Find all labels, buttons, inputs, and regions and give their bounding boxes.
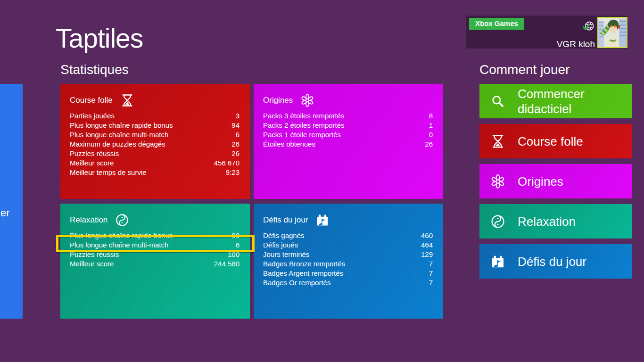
stat-value: 8 bbox=[429, 111, 433, 121]
stats-tile-relaxation[interactable]: Relaxation Plus longue chaîne rapide bon… bbox=[60, 204, 250, 319]
stat-row: Meilleur score456 670 bbox=[70, 158, 239, 168]
stat-rows: Défis gagnés460 Défis joués464 Jours ter… bbox=[263, 231, 433, 288]
calendar-flag-icon bbox=[315, 213, 330, 227]
stat-label: Plus longue chaîne rapide bonus bbox=[70, 121, 173, 130]
stats-tile-defis-du-jour[interactable]: Défis du jour Défis gagnés460 Défis joué… bbox=[254, 204, 443, 319]
stat-row: Badges Argent remportés7 bbox=[263, 269, 433, 278]
stat-label: Badges Bronze remportés bbox=[263, 259, 345, 269]
stat-value: 456 670 bbox=[214, 158, 239, 168]
stat-label: Packs 1 étoile remportés bbox=[263, 130, 341, 140]
stats-tile-course-folle[interactable]: Course folle Parties jouées3 Plus longue… bbox=[60, 84, 250, 199]
tile-title: Course folle bbox=[70, 96, 113, 105]
stat-label: Meilleur score bbox=[70, 259, 114, 269]
flower-icon bbox=[300, 93, 314, 107]
username: VGR kloh bbox=[513, 39, 595, 49]
stat-row: Défis gagnés460 bbox=[263, 231, 433, 240]
magnifier-icon bbox=[490, 94, 505, 109]
highlight-annotation-box bbox=[56, 235, 255, 252]
partial-tile-cut-text: er bbox=[0, 207, 10, 219]
button-label: Origines bbox=[518, 174, 563, 189]
stat-value: 7 bbox=[429, 278, 433, 288]
stat-value: 94 bbox=[231, 121, 239, 130]
howto-button-relaxation[interactable]: Relaxation bbox=[479, 204, 632, 239]
stat-label: Puzzles réussis bbox=[70, 149, 119, 158]
stat-label: Jours terminés bbox=[263, 250, 309, 259]
stat-row: Badges Bronze remportés7 bbox=[263, 259, 433, 269]
stat-rows: Packs 3 étoiles remportés8 Packs 2 étoil… bbox=[263, 111, 433, 149]
stat-row: Étoiles obtenues26 bbox=[263, 140, 433, 149]
hourglass-icon bbox=[490, 134, 505, 149]
swirl-icon bbox=[115, 213, 129, 227]
stats-tile-origines[interactable]: Origines Packs 3 étoiles remportés8 Pack… bbox=[254, 84, 443, 199]
how-to-play-heading: Comment jouer bbox=[479, 62, 570, 77]
stat-row: Plus longue chaîne multi-match6 bbox=[70, 130, 239, 140]
stat-row: Meilleur temps de survie9:23 bbox=[70, 168, 239, 177]
stat-value: 7 bbox=[429, 269, 433, 278]
button-label: Commencer didacticiel bbox=[518, 86, 624, 116]
stat-row: Badges Or remportés7 bbox=[263, 278, 433, 288]
howto-button-defis-du-jour[interactable]: Défis du jour bbox=[479, 244, 632, 279]
stat-label: Packs 3 étoiles remportés bbox=[263, 111, 345, 121]
stat-value: 244 580 bbox=[214, 259, 239, 269]
globe-check-icon bbox=[582, 20, 596, 34]
stat-row: Défis joués464 bbox=[263, 240, 433, 250]
howto-button-origines[interactable]: Origines bbox=[479, 164, 632, 198]
tile-title: Défis du jour bbox=[263, 215, 308, 225]
taptiles-screen: Taptiles Statistiques Comment jouer er C… bbox=[0, 0, 644, 362]
button-label: Relaxation bbox=[518, 214, 576, 229]
stat-value: 7 bbox=[429, 259, 433, 269]
stat-label: Maximum de puzzles dégagés bbox=[70, 140, 165, 149]
stat-row: Meilleur score244 580 bbox=[70, 259, 239, 269]
stat-label: Meilleur temps de survie bbox=[70, 168, 147, 177]
stat-row: Packs 2 étoiles remportés1 bbox=[263, 121, 433, 130]
tile-header: Origines bbox=[263, 92, 433, 108]
swirl-icon bbox=[490, 214, 505, 229]
partial-scrolled-tile[interactable]: er bbox=[0, 84, 23, 319]
stat-row: Packs 1 étoile remportés0 bbox=[263, 130, 433, 140]
howto-button-commencer-didacticiel[interactable]: Commencer didacticiel bbox=[479, 84, 632, 118]
stat-row: Parties jouées3 bbox=[70, 111, 239, 121]
tile-title: Origines bbox=[263, 96, 293, 105]
stat-row: Jours terminés129 bbox=[263, 250, 433, 259]
stat-value: 26 bbox=[231, 140, 239, 149]
stat-value: 0 bbox=[429, 130, 433, 140]
tile-header: Course folle bbox=[70, 92, 239, 108]
calendar-flag-icon bbox=[490, 254, 505, 269]
stat-label: Meilleur score bbox=[70, 158, 114, 168]
tile-header: Défis du jour bbox=[263, 212, 433, 228]
page-title: Taptiles bbox=[56, 23, 143, 54]
stat-value: 26 bbox=[231, 149, 239, 158]
stat-label: Badges Or remportés bbox=[263, 278, 330, 288]
stat-value: 6 bbox=[236, 130, 239, 140]
stat-label: Défis joués bbox=[263, 240, 298, 250]
tile-title: Relaxation bbox=[70, 215, 107, 225]
stat-label: Défis gagnés bbox=[263, 231, 305, 240]
howto-button-course-folle[interactable]: Course folle bbox=[479, 124, 632, 158]
stat-row: Maximum de puzzles dégagés26 bbox=[70, 140, 239, 149]
stat-label: Parties jouées bbox=[70, 111, 115, 121]
button-label: Course folle bbox=[518, 134, 583, 149]
stat-label: Packs 2 étoiles remportés bbox=[263, 121, 345, 130]
flower-icon bbox=[490, 174, 505, 189]
stat-value: 1 bbox=[429, 121, 433, 130]
stat-label: Plus longue chaîne multi-match bbox=[70, 130, 168, 140]
xbox-games-badge: Xbox Games bbox=[469, 18, 524, 30]
account-strip[interactable]: Xbox Games VGR kloh bbox=[466, 16, 627, 49]
stat-value: 464 bbox=[421, 240, 433, 250]
stat-row: Plus longue chaîne rapide bonus94 bbox=[70, 121, 239, 130]
stat-rows: Parties jouées3 Plus longue chaîne rapid… bbox=[70, 111, 239, 177]
stat-value: 129 bbox=[421, 250, 433, 259]
stat-row: Packs 3 étoiles remportés8 bbox=[263, 111, 433, 121]
hourglass-icon bbox=[120, 93, 134, 107]
tile-header: Relaxation bbox=[70, 212, 239, 228]
stat-value: 460 bbox=[421, 231, 433, 240]
stat-label: Étoiles obtenues bbox=[263, 140, 315, 149]
stat-label: Badges Argent remportés bbox=[263, 269, 343, 278]
stat-value: 26 bbox=[425, 140, 433, 149]
stat-value: 3 bbox=[236, 111, 239, 121]
statistics-heading: Statistiques bbox=[60, 62, 129, 77]
button-label: Défis du jour bbox=[518, 254, 586, 269]
avatar[interactable] bbox=[597, 17, 627, 48]
stat-value: 9:23 bbox=[226, 168, 239, 177]
stat-row: Puzzles réussis26 bbox=[70, 149, 239, 158]
